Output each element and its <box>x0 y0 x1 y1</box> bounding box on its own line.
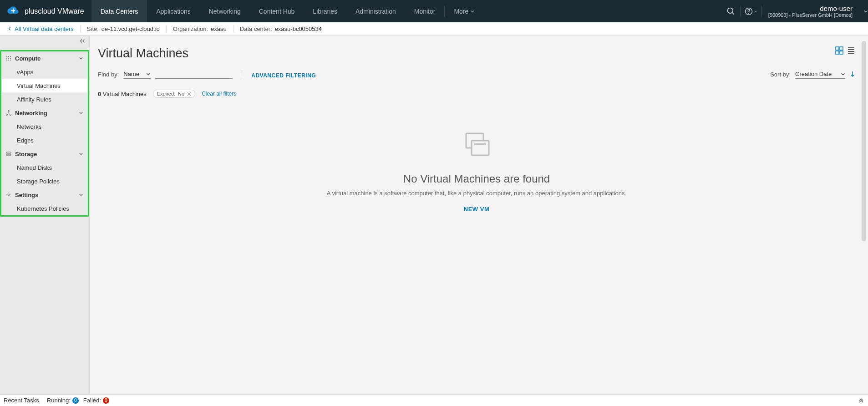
context-bar: All Virtual data centers Site: de-11.vcd… <box>0 22 868 36</box>
top-nav: pluscloud VMware Data Centers Applicatio… <box>0 0 868 22</box>
svg-point-6 <box>6 58 7 59</box>
sidebar-group-header-storage[interactable]: Storage <box>1 147 88 161</box>
find-by-input[interactable] <box>155 70 233 79</box>
help-button[interactable] <box>741 0 761 22</box>
context-site: Site: de-11.vcd.get-cloud.io <box>87 25 160 32</box>
sidebar-group-header-settings[interactable]: Settings <box>1 188 88 202</box>
list-view-icon <box>847 46 855 55</box>
sidebar-collapse-button[interactable] <box>79 38 86 47</box>
empty-state: No Virtual Machines are found A virtual … <box>98 130 855 213</box>
sidebar-collapse-row <box>0 36 89 50</box>
nav-tab-content-hub[interactable]: Content Hub <box>250 0 304 22</box>
sidebar-item-label: Networks <box>17 123 41 130</box>
svg-point-9 <box>6 60 7 61</box>
list-view-button[interactable] <box>847 46 855 55</box>
close-icon <box>187 92 191 96</box>
context-value: exasu-bc0050534 <box>275 25 322 32</box>
sidebar-item-storage-policies[interactable]: Storage Policies <box>1 174 88 188</box>
sidebar-item-named-disks[interactable]: Named Disks <box>1 161 88 174</box>
nav-tab-label: Data Centers <box>101 8 138 15</box>
svg-rect-24 <box>474 143 486 145</box>
expand-tasks-button[interactable] <box>858 398 864 403</box>
results-row: 0 Virtual Machines Expired: No Clear all… <box>98 90 855 98</box>
nav-tab-label: Applications <box>156 8 191 15</box>
recent-tasks-label: Recent Tasks <box>4 397 39 404</box>
nav-tab-networking[interactable]: Networking <box>200 0 250 22</box>
nav-tab-label: Monitor <box>414 8 436 15</box>
sidebar-group-label: Compute <box>15 55 41 62</box>
clear-all-filters-link[interactable]: Clear all filters <box>202 91 236 97</box>
sidebar-item-label: Edges <box>17 137 34 144</box>
empty-title: No Virtual Machines are found <box>403 173 550 185</box>
svg-point-0 <box>727 8 733 13</box>
advanced-filtering-link[interactable]: ADVANCED FILTERING <box>251 72 316 79</box>
body: Compute vApps Virtual Machines Affinity … <box>0 36 868 394</box>
context-separator <box>80 25 81 32</box>
svg-point-7 <box>8 58 9 59</box>
nav-tab-administration[interactable]: Administration <box>346 0 405 22</box>
nav-tab-data-centers[interactable]: Data Centers <box>91 0 147 22</box>
sort-by: Sort by: Creation Date <box>770 70 855 79</box>
svg-point-4 <box>8 56 9 57</box>
nav-tab-monitor[interactable]: Monitor <box>405 0 445 22</box>
user-name: demo-user <box>820 5 853 12</box>
context-dc: Data center: exasu-bc0050534 <box>240 25 322 32</box>
double-chevron-left-icon <box>79 38 86 44</box>
sort-direction-button[interactable] <box>850 71 855 77</box>
user-menu[interactable]: demo-user [500903] - PlusServer GmbH [De… <box>762 5 868 18</box>
svg-rect-16 <box>6 154 11 156</box>
svg-point-11 <box>10 60 11 61</box>
results-count: 0 Virtual Machines <box>98 91 147 97</box>
grid-view-icon <box>835 46 843 55</box>
svg-point-17 <box>8 194 10 196</box>
sidebar-item-networks[interactable]: Networks <box>1 120 88 133</box>
svg-point-8 <box>10 58 11 59</box>
grid-view-button[interactable] <box>835 46 843 55</box>
svg-rect-21 <box>840 51 843 54</box>
back-all-vdc-link[interactable]: All Virtual data centers <box>7 25 74 32</box>
sidebar-item-edges[interactable]: Edges <box>1 133 88 147</box>
nav-tabs: Data Centers Applications Networking Con… <box>91 0 484 22</box>
sort-by-select[interactable]: Creation Date <box>795 70 845 79</box>
nav-tab-label: Content Hub <box>259 8 295 15</box>
nav-tab-label: More <box>454 8 468 15</box>
context-separator <box>233 25 233 32</box>
filter-row: Find by: Name ADVANCED FILTERING Sort by… <box>98 70 855 79</box>
chevron-down-icon <box>863 9 868 14</box>
svg-point-5 <box>10 56 11 57</box>
double-chevron-up-icon <box>858 398 864 403</box>
nav-tab-applications[interactable]: Applications <box>147 0 200 22</box>
brand: pluscloud VMware <box>0 5 91 18</box>
sidebar-item-label: Kubernetes Policies <box>17 205 69 212</box>
sidebar-item-kubernetes-policies[interactable]: Kubernetes Policies <box>1 202 88 215</box>
nav-tab-more[interactable]: More <box>445 0 484 22</box>
context-separator <box>166 25 167 32</box>
filter-chip-expired: Expired: No <box>153 90 195 98</box>
new-vm-button[interactable]: NEW VM <box>464 206 489 213</box>
find-by: Find by: Name <box>98 70 233 79</box>
chevron-down-icon <box>841 72 845 76</box>
sidebar-item-vapps[interactable]: vApps <box>1 65 88 79</box>
arrow-down-icon <box>850 71 855 77</box>
context-key: Organization: <box>173 25 208 32</box>
nav-tab-label: Libraries <box>313 8 337 15</box>
sidebar-item-affinity-rules[interactable]: Affinity Rules <box>1 92 88 106</box>
vertical-separator <box>242 70 242 79</box>
search-button[interactable] <box>722 0 740 22</box>
sidebar-group-label: Storage <box>15 151 37 157</box>
find-by-select[interactable]: Name <box>123 70 151 79</box>
svg-rect-23 <box>472 141 489 155</box>
sidebar-group-networking: Networking Networks Edges <box>1 106 88 147</box>
sidebar-group-settings: Settings Kubernetes Policies <box>1 188 88 215</box>
nav-tab-libraries[interactable]: Libraries <box>304 0 346 22</box>
sidebar-group-header-networking[interactable]: Networking <box>1 106 88 120</box>
gear-icon <box>6 192 12 198</box>
running-label: Running: <box>47 397 71 404</box>
empty-description: A virtual machine is a software computer… <box>327 190 626 197</box>
chip-value: No <box>178 91 184 96</box>
vertical-scrollbar[interactable] <box>862 41 866 241</box>
sidebar-group-header-compute[interactable]: Compute <box>1 51 88 65</box>
sidebar-item-virtual-machines[interactable]: Virtual Machines <box>1 79 88 92</box>
chip-remove-button[interactable] <box>187 92 191 96</box>
sort-by-label: Sort by: <box>770 71 791 78</box>
